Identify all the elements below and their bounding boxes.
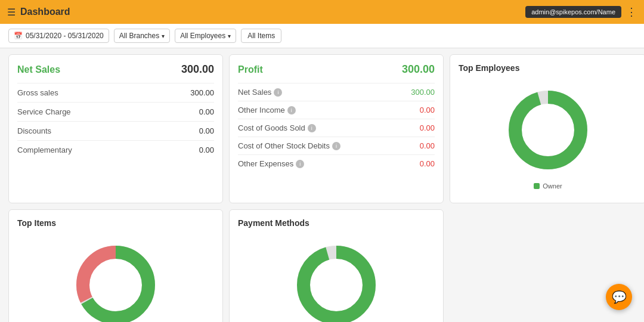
- svg-point-6: [93, 262, 138, 308]
- net-sales-profit-row: Net Sales i 300.00: [238, 83, 435, 101]
- date-range-label: 05/31/2020 - 05/31/2020: [26, 32, 104, 40]
- net-sales-profit-value: 300.00: [411, 88, 435, 97]
- profit-card: Profit 300.00 Net Sales i 300.00 Other I…: [229, 54, 444, 203]
- branches-label: All Branches: [119, 32, 159, 40]
- discounts-row: Discounts 0.00: [17, 121, 214, 140]
- other-expenses-info-icon[interactable]: i: [296, 160, 304, 168]
- top-items-chart: Green Tea Black Tea: [17, 233, 214, 322]
- top-employees-donut: [500, 82, 596, 178]
- payment-methods-chart: CASH: [238, 233, 435, 322]
- other-income-label: Other Income i: [238, 106, 296, 114]
- gross-sales-row: Gross sales 300.00: [17, 83, 214, 102]
- other-expenses-label: Other Expenses i: [238, 159, 304, 168]
- header-left: ☰ Dashboard: [7, 7, 70, 18]
- net-sales-value: 300.00: [181, 63, 214, 76]
- discounts-value: 0.00: [199, 126, 214, 135]
- service-charge-value: 0.00: [199, 107, 214, 116]
- header-right: admin@spikepos.com/Name ⋮: [525, 5, 637, 18]
- items-filter[interactable]: All Items: [241, 29, 281, 43]
- other-income-info-icon[interactable]: i: [287, 106, 296, 114]
- net-sales-profit-label: Net Sales i: [238, 88, 282, 97]
- top-items-card: Top Items Green Tea Black Tea: [8, 209, 223, 322]
- top-items-donut: [68, 237, 163, 322]
- more-icon[interactable]: ⋮: [626, 5, 637, 18]
- profit-title: Profit: [238, 64, 263, 75]
- net-sales-info-icon[interactable]: i: [274, 88, 282, 97]
- owner-legend-dot: [534, 183, 540, 189]
- net-sales-title: Net Sales: [17, 64, 60, 75]
- net-sales-header: Net Sales 300.00: [17, 63, 214, 76]
- payment-methods-title: Payment Methods: [238, 218, 309, 228]
- svg-point-2: [525, 107, 571, 153]
- top-employees-title: Top Employees: [459, 63, 637, 73]
- gross-sales-label: Gross sales: [17, 88, 58, 97]
- chat-button[interactable]: 💬: [606, 284, 632, 310]
- owner-legend-label: Owner: [543, 182, 562, 190]
- cogs-row: Cost of Goods Sold i 0.00: [238, 119, 435, 137]
- other-stock-value: 0.00: [420, 141, 435, 150]
- top-employees-card: Top Employees Owner: [450, 54, 644, 203]
- net-sales-card: Net Sales 300.00 Gross sales 300.00 Serv…: [8, 54, 223, 203]
- service-charge-row: Service Charge 0.00: [17, 102, 214, 121]
- calendar-icon: 📅: [14, 32, 23, 40]
- other-stock-label: Cost of Other Stock Debits i: [238, 141, 340, 150]
- service-charge-label: Service Charge: [17, 107, 71, 116]
- date-range-filter[interactable]: 📅 05/31/2020 - 05/31/2020: [8, 29, 109, 43]
- filters-bar: 📅 05/31/2020 - 05/31/2020 All Branches A…: [0, 24, 644, 48]
- employees-label: All Employees: [180, 32, 225, 40]
- user-email-badge[interactable]: admin@spikepos.com/Name: [525, 6, 621, 18]
- other-expenses-row: Other Expenses i 0.00: [238, 154, 435, 172]
- profit-value: 300.00: [402, 63, 435, 76]
- items-label: All Items: [247, 32, 275, 40]
- cogs-value: 0.00: [420, 123, 435, 132]
- other-income-value: 0.00: [420, 106, 435, 114]
- other-stock-row: Cost of Other Stock Debits i 0.00: [238, 137, 435, 154]
- discounts-label: Discounts: [17, 126, 51, 135]
- profit-header: Profit 300.00: [238, 63, 435, 76]
- top-employees-legend: Owner: [534, 182, 562, 190]
- hamburger-icon[interactable]: ☰: [7, 7, 16, 18]
- top-items-title: Top Items: [17, 218, 56, 228]
- cogs-info-icon[interactable]: i: [308, 124, 316, 132]
- other-stock-info-icon[interactable]: i: [332, 142, 340, 150]
- header-title: Dashboard: [20, 7, 70, 17]
- branches-dropdown[interactable]: All Branches: [114, 29, 170, 43]
- complementary-label: Complementary: [17, 145, 72, 154]
- complementary-value: 0.00: [199, 145, 214, 154]
- chat-icon: 💬: [612, 290, 627, 304]
- gross-sales-value: 300.00: [190, 88, 214, 97]
- employees-dropdown[interactable]: All Employees: [175, 29, 236, 43]
- payment-methods-donut: [289, 237, 384, 322]
- main-content: Net Sales 300.00 Gross sales 300.00 Serv…: [0, 48, 644, 322]
- other-expenses-value: 0.00: [420, 159, 435, 168]
- complementary-row: Complementary 0.00: [17, 140, 214, 159]
- other-income-row: Other Income i 0.00: [238, 101, 435, 119]
- cogs-label: Cost of Goods Sold i: [238, 123, 316, 132]
- svg-point-9: [314, 262, 359, 308]
- top-employees-chart: Owner: [459, 78, 637, 194]
- header: ☰ Dashboard admin@spikepos.com/Name ⋮: [0, 0, 644, 24]
- payment-methods-card: Payment Methods CASH: [229, 209, 444, 322]
